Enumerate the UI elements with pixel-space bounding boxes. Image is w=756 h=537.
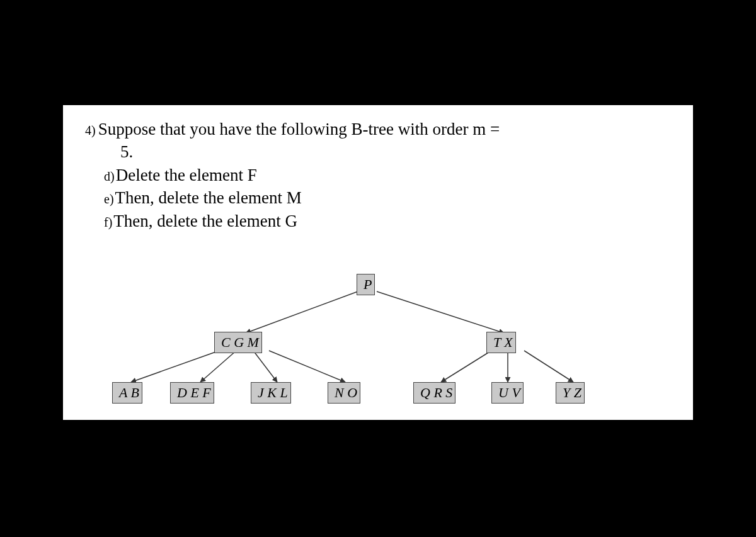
- question-part-d: d)Delete the element F: [104, 164, 500, 186]
- question-prompt-1: Suppose that you have the following B-tr…: [98, 120, 500, 138]
- question-part-f: f)Then, delete the element G: [104, 210, 500, 232]
- svg-line-6: [441, 351, 491, 382]
- part-text: Then, delete the element G: [113, 212, 297, 230]
- btree-leaf-node: J K L: [251, 382, 291, 404]
- document-page: 4)Suppose that you have the following B-…: [63, 105, 693, 420]
- btree-leaf-node: Q R S: [413, 382, 455, 404]
- svg-line-4: [253, 351, 277, 382]
- part-text: Delete the element F: [116, 166, 257, 184]
- part-text: Then, delete the element M: [115, 188, 302, 207]
- question-number: 4): [85, 123, 96, 137]
- btree-leaf-node: Y Z: [556, 382, 585, 404]
- btree-diagram: P C G M T X A B D E F J K L N O Q R S U …: [63, 269, 693, 420]
- svg-line-5: [269, 351, 345, 382]
- btree-leaf-node: N O: [328, 382, 360, 404]
- btree-root-node: P: [357, 274, 375, 295]
- svg-line-3: [200, 351, 236, 382]
- question-prompt-2: 5.: [120, 140, 500, 163]
- btree-internal-node: C G M: [214, 332, 262, 353]
- question-line-1: 4)Suppose that you have the following B-…: [85, 118, 500, 140]
- part-label: e): [104, 192, 114, 206]
- svg-line-8: [524, 351, 573, 382]
- btree-leaf-node: A B: [112, 382, 142, 404]
- btree-leaf-node: D E F: [170, 382, 214, 404]
- btree-leaf-node: U V: [491, 382, 524, 404]
- question-part-e: e)Then, delete the element M: [104, 186, 500, 209]
- tree-edges: [63, 269, 693, 420]
- btree-internal-node: T X: [486, 332, 516, 353]
- question-block: 4)Suppose that you have the following B-…: [85, 118, 500, 232]
- part-label: d): [104, 169, 115, 183]
- svg-line-1: [377, 291, 504, 333]
- svg-line-2: [131, 351, 219, 382]
- part-label: f): [104, 215, 112, 229]
- svg-line-0: [246, 291, 358, 333]
